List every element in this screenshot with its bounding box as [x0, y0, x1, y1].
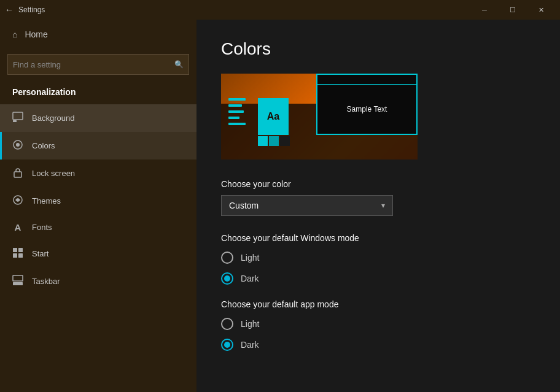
taskbar-label: Taskbar: [32, 277, 60, 286]
swatch-1: [258, 136, 268, 146]
content-area: Colors Aa: [196, 20, 560, 392]
color-dropdown[interactable]: Custom ▾: [221, 195, 393, 216]
windows-mode-light-radio[interactable]: [221, 252, 233, 264]
preview-line-3: [228, 110, 244, 113]
sidebar-item-background[interactable]: Background: [0, 104, 196, 132]
sidebar-item-home[interactable]: ⌂ Home: [0, 20, 196, 49]
preview-taskbar-lines: [228, 98, 246, 125]
start-label: Start: [32, 249, 49, 258]
swatch-2: [269, 136, 279, 146]
fonts-icon: A: [12, 222, 23, 233]
search-box[interactable]: 🔍: [7, 54, 189, 75]
sidebar-item-fonts[interactable]: A Fonts: [0, 215, 196, 240]
title-bar-left: ← Settings: [5, 5, 470, 15]
title-bar: ← Settings ─ ☐ ✕: [0, 0, 560, 20]
close-button[interactable]: ✕: [527, 0, 555, 20]
windows-mode-light-option[interactable]: Light: [221, 252, 535, 264]
minimize-button[interactable]: ─: [470, 0, 499, 20]
colors-icon: [12, 139, 23, 152]
sidebar-item-lock-screen[interactable]: Lock screen: [0, 159, 196, 187]
page-title: Colors: [221, 39, 535, 59]
app-mode-light-radio[interactable]: [221, 318, 233, 330]
themes-label: Themes: [32, 196, 61, 206]
sidebar-item-themes[interactable]: Themes: [0, 187, 196, 215]
home-icon: ⌂: [12, 29, 17, 39]
windows-mode-dark-option[interactable]: Dark: [221, 272, 535, 285]
title-bar-controls: ─ ☐ ✕: [470, 0, 555, 20]
app-mode-dark-option[interactable]: Dark: [221, 339, 535, 351]
taskbar-icon: [12, 275, 23, 288]
preview-window-body: Sample Text: [317, 85, 416, 134]
svg-rect-11: [13, 275, 23, 281]
svg-rect-0: [13, 112, 23, 120]
windows-mode-dark-radio[interactable]: [221, 272, 233, 285]
background-icon: [12, 112, 23, 125]
sidebar-section-title: Personalization: [0, 82, 196, 104]
svg-rect-9: [18, 253, 23, 258]
windows-mode-light-label: Light: [241, 253, 259, 263]
preview-line-1: [228, 98, 246, 101]
lock-screen-icon: [12, 167, 23, 180]
sidebar: ⌂ Home 🔍 Personalization Background: [0, 20, 196, 392]
preview-aa-box: Aa: [258, 98, 289, 135]
app-container: ⌂ Home 🔍 Personalization Background: [0, 20, 560, 392]
maximize-button[interactable]: ☐: [499, 0, 527, 20]
color-preview: Aa Sample Text: [221, 74, 418, 159]
lock-screen-label: Lock screen: [32, 169, 75, 178]
svg-rect-4: [14, 172, 21, 177]
svg-point-3: [16, 143, 20, 147]
title-bar-title: Settings: [18, 6, 45, 14]
preview-window: Sample Text: [316, 74, 418, 135]
svg-rect-1: [13, 120, 17, 122]
windows-mode-title: Choose your default Windows mode: [221, 233, 535, 243]
preview-line-5: [228, 123, 246, 125]
dropdown-arrow-icon: ▾: [381, 201, 385, 210]
colors-label: Colors: [32, 141, 55, 150]
swatch-3: [280, 136, 290, 146]
svg-rect-10: [13, 282, 23, 285]
app-mode-light-option[interactable]: Light: [221, 318, 535, 330]
search-input[interactable]: [13, 57, 174, 72]
app-mode-dark-radio[interactable]: [221, 339, 233, 351]
choose-color-label: Choose your color: [221, 179, 535, 189]
preview-line-2: [228, 104, 242, 107]
app-mode-group: Choose your default app mode Light Dark: [221, 299, 535, 351]
sidebar-item-taskbar[interactable]: Taskbar: [0, 267, 196, 295]
background-label: Background: [32, 113, 74, 123]
start-icon: [12, 247, 23, 260]
windows-mode-dark-label: Dark: [241, 274, 259, 283]
app-mode-dark-label: Dark: [241, 340, 259, 350]
sidebar-item-colors[interactable]: Colors: [0, 132, 196, 159]
back-button[interactable]: ←: [5, 5, 14, 15]
windows-mode-group: Choose your default Windows mode Light D…: [221, 233, 535, 285]
color-dropdown-value: Custom: [229, 201, 259, 210]
color-dropdown-container: Custom ▾: [221, 195, 393, 216]
preview-window-titlebar: [317, 75, 416, 85]
themes-icon: [12, 194, 23, 207]
preview-swatches: [258, 136, 290, 146]
app-mode-title: Choose your default app mode: [221, 299, 535, 309]
fonts-label: Fonts: [32, 223, 52, 232]
sidebar-item-start[interactable]: Start: [0, 240, 196, 267]
app-mode-light-label: Light: [241, 319, 259, 329]
svg-rect-6: [13, 248, 17, 252]
svg-rect-8: [13, 253, 17, 258]
home-label: Home: [25, 29, 47, 39]
preview-sample-text: Sample Text: [347, 105, 387, 113]
preview-line-4: [228, 117, 239, 119]
search-icon: 🔍: [174, 60, 184, 69]
svg-rect-7: [18, 248, 23, 252]
